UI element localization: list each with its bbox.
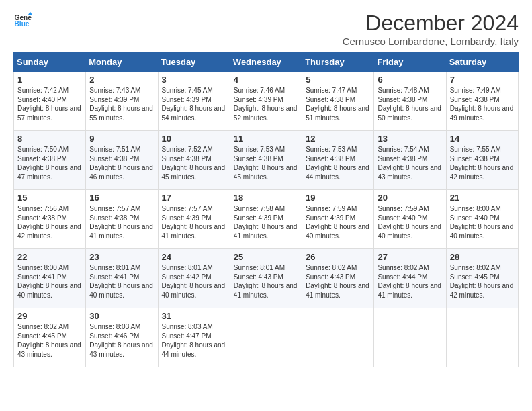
cell-info: Sunrise: 8:02 AMSunset: 4:44 PMDaylight:… [378,264,441,299]
day-number: 3 [162,75,226,85]
calendar-day-cell: 1Sunrise: 7:42 AMSunset: 4:40 PMDaylight… [14,72,86,131]
calendar-day-cell: 19Sunrise: 7:59 AMSunset: 4:39 PMDayligh… [302,190,374,249]
calendar-body: 1Sunrise: 7:42 AMSunset: 4:40 PMDaylight… [14,72,519,367]
cell-info: Sunrise: 8:00 AMSunset: 4:40 PMDaylight:… [450,205,514,240]
weekday-header-cell: Wednesday [230,53,302,72]
day-number: 25 [234,252,298,262]
cell-info: Sunrise: 7:54 AMSunset: 4:38 PMDaylight:… [378,146,441,181]
cell-info: Sunrise: 8:01 AMSunset: 4:41 PMDaylight:… [89,264,153,299]
calendar-day-cell: 14Sunrise: 7:55 AMSunset: 4:38 PMDayligh… [446,131,518,190]
calendar-day-cell [230,308,302,367]
day-number: 6 [378,75,442,85]
cell-info: Sunrise: 7:50 AMSunset: 4:38 PMDaylight:… [17,146,81,181]
calendar-day-cell: 20Sunrise: 7:59 AMSunset: 4:40 PMDayligh… [374,190,446,249]
cell-info: Sunrise: 7:49 AMSunset: 4:38 PMDaylight:… [450,87,514,122]
day-number: 14 [450,134,515,144]
calendar-day-cell [446,308,518,367]
calendar-day-cell: 7Sunrise: 7:49 AMSunset: 4:38 PMDaylight… [446,72,518,131]
cell-info: Sunrise: 7:48 AMSunset: 4:38 PMDaylight:… [378,87,441,122]
day-number: 31 [162,311,226,321]
day-number: 24 [162,252,226,262]
cell-info: Sunrise: 7:52 AMSunset: 4:38 PMDaylight:… [162,146,226,181]
calendar-day-cell: 26Sunrise: 8:02 AMSunset: 4:43 PMDayligh… [302,249,374,308]
calendar-day-cell: 21Sunrise: 8:00 AMSunset: 4:40 PMDayligh… [446,190,518,249]
calendar-day-cell: 23Sunrise: 8:01 AMSunset: 4:41 PMDayligh… [86,249,158,308]
cell-info: Sunrise: 7:46 AMSunset: 4:39 PMDaylight:… [234,87,298,122]
day-number: 20 [378,193,442,203]
day-number: 19 [306,193,370,203]
calendar-day-cell: 10Sunrise: 7:52 AMSunset: 4:38 PMDayligh… [158,131,230,190]
day-number: 13 [378,134,442,144]
day-number: 29 [17,311,82,321]
calendar-day-cell: 30Sunrise: 8:03 AMSunset: 4:46 PMDayligh… [86,308,158,367]
cell-info: Sunrise: 7:42 AMSunset: 4:40 PMDaylight:… [17,87,81,122]
cell-info: Sunrise: 7:59 AMSunset: 4:40 PMDaylight:… [378,205,441,240]
weekday-header-cell: Thursday [302,53,374,72]
calendar-day-cell: 6Sunrise: 7:48 AMSunset: 4:38 PMDaylight… [374,72,446,131]
day-number: 5 [306,75,370,85]
day-number: 26 [306,252,370,262]
calendar-day-cell: 4Sunrise: 7:46 AMSunset: 4:39 PMDaylight… [230,72,302,131]
calendar-day-cell: 3Sunrise: 7:45 AMSunset: 4:39 PMDaylight… [158,72,230,131]
cell-info: Sunrise: 7:43 AMSunset: 4:39 PMDaylight:… [89,87,153,122]
page-header: General Blue December 2024 Cernusco Lomb… [13,11,519,47]
day-number: 30 [89,311,154,321]
day-number: 27 [378,252,442,262]
cell-info: Sunrise: 8:03 AMSunset: 4:47 PMDaylight:… [162,323,226,358]
calendar-day-cell [302,308,374,367]
calendar-day-cell: 13Sunrise: 7:54 AMSunset: 4:38 PMDayligh… [374,131,446,190]
day-number: 7 [450,75,515,85]
calendar-day-cell: 17Sunrise: 7:57 AMSunset: 4:39 PMDayligh… [158,190,230,249]
day-number: 10 [162,134,226,144]
day-number: 11 [234,134,298,144]
cell-info: Sunrise: 8:00 AMSunset: 4:41 PMDaylight:… [17,264,81,299]
cell-info: Sunrise: 7:53 AMSunset: 4:38 PMDaylight:… [234,146,298,181]
day-number: 1 [17,75,82,85]
cell-info: Sunrise: 7:55 AMSunset: 4:38 PMDaylight:… [450,146,514,181]
logo: General Blue [13,11,32,30]
day-number: 17 [162,193,226,203]
cell-info: Sunrise: 7:58 AMSunset: 4:39 PMDaylight:… [234,205,298,240]
weekday-header-cell: Sunday [14,53,86,72]
cell-info: Sunrise: 8:03 AMSunset: 4:46 PMDaylight:… [89,323,153,358]
calendar-day-cell: 25Sunrise: 8:01 AMSunset: 4:43 PMDayligh… [230,249,302,308]
day-number: 23 [89,252,154,262]
calendar-day-cell: 29Sunrise: 8:02 AMSunset: 4:45 PMDayligh… [14,308,86,367]
day-number: 22 [17,252,82,262]
calendar-day-cell: 5Sunrise: 7:47 AMSunset: 4:38 PMDaylight… [302,72,374,131]
logo-icon: General Blue [13,11,32,30]
day-number: 2 [89,75,154,85]
cell-info: Sunrise: 8:01 AMSunset: 4:42 PMDaylight:… [162,264,226,299]
calendar-week-row: 29Sunrise: 8:02 AMSunset: 4:45 PMDayligh… [14,308,519,367]
day-number: 9 [89,134,154,144]
cell-info: Sunrise: 7:57 AMSunset: 4:38 PMDaylight:… [89,205,153,240]
weekday-header-row: SundayMondayTuesdayWednesdayThursdayFrid… [14,53,519,72]
calendar-day-cell: 15Sunrise: 7:56 AMSunset: 4:38 PMDayligh… [14,190,86,249]
cell-info: Sunrise: 7:56 AMSunset: 4:38 PMDaylight:… [17,205,81,240]
day-number: 12 [306,134,370,144]
cell-info: Sunrise: 7:59 AMSunset: 4:39 PMDaylight:… [306,205,369,240]
calendar-week-row: 22Sunrise: 8:00 AMSunset: 4:41 PMDayligh… [14,249,519,308]
weekday-header-cell: Monday [86,53,158,72]
cell-info: Sunrise: 8:01 AMSunset: 4:43 PMDaylight:… [234,264,298,299]
weekday-header-cell: Friday [374,53,446,72]
calendar-day-cell: 27Sunrise: 8:02 AMSunset: 4:44 PMDayligh… [374,249,446,308]
cell-info: Sunrise: 7:47 AMSunset: 4:38 PMDaylight:… [306,87,369,122]
calendar-day-cell: 24Sunrise: 8:01 AMSunset: 4:42 PMDayligh… [158,249,230,308]
calendar-day-cell: 2Sunrise: 7:43 AMSunset: 4:39 PMDaylight… [86,72,158,131]
calendar-day-cell: 28Sunrise: 8:02 AMSunset: 4:45 PMDayligh… [446,249,518,308]
cell-info: Sunrise: 7:51 AMSunset: 4:38 PMDaylight:… [89,146,153,181]
month-title: December 2024 [343,11,519,36]
weekday-header-cell: Tuesday [158,53,230,72]
day-number: 4 [234,75,298,85]
calendar-week-row: 8Sunrise: 7:50 AMSunset: 4:38 PMDaylight… [14,131,519,190]
calendar-day-cell: 9Sunrise: 7:51 AMSunset: 4:38 PMDaylight… [86,131,158,190]
day-number: 21 [450,193,515,203]
weekday-header-cell: Saturday [446,53,518,72]
cell-info: Sunrise: 8:02 AMSunset: 4:43 PMDaylight:… [306,264,369,299]
day-number: 15 [17,193,82,203]
cell-info: Sunrise: 7:45 AMSunset: 4:39 PMDaylight:… [162,87,226,122]
calendar-day-cell: 12Sunrise: 7:53 AMSunset: 4:38 PMDayligh… [302,131,374,190]
calendar-day-cell: 22Sunrise: 8:00 AMSunset: 4:41 PMDayligh… [14,249,86,308]
location: Cernusco Lombardone, Lombardy, Italy [343,36,519,47]
